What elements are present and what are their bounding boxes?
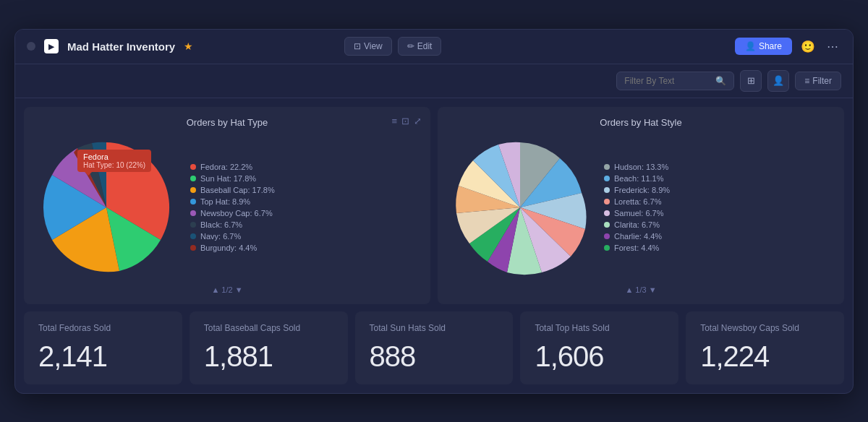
titlebar-right: 👤 Share 🙂 ⋯ <box>735 37 841 56</box>
tooltip: Fedora Hat Type: 10 (22%) <box>77 150 151 172</box>
app-window: ▶ Mad Hatter Inventory ★ ⊡ View ✏ Edit 👤… <box>14 29 854 394</box>
legend-item-hudson: Hudson: 13.3% <box>604 163 834 171</box>
legend-dot-frederick <box>604 187 610 193</box>
stat-card-tophats: Total Top Hats Sold 1,606 <box>520 311 678 384</box>
legend-dot-beach <box>604 176 610 181</box>
legend-dot-charlie <box>604 233 610 239</box>
share-icon: 👤 <box>745 41 756 51</box>
legend-item-loretta: Loretta: 6.7% <box>604 197 834 206</box>
titlebar-center: ⊡ View ✏ Edit <box>344 37 441 56</box>
stat-card-sunhats: Total Sun Hats Sold 888 <box>355 311 514 384</box>
legend-item-newsboy: Newsboy Cap: 6.7% <box>190 209 420 218</box>
legend-item-tophat: Top Hat: 8.9% <box>190 197 420 206</box>
app-icon: ▶ <box>44 39 59 53</box>
expand-chart-btn[interactable]: ⤢ <box>414 116 422 126</box>
hat-type-chart-panel: Orders by Hat Type ≡ ⊡ ⤢ Fedora Hat Type… <box>24 107 430 304</box>
app-title: Mad Hatter Inventory <box>67 40 175 53</box>
legend-dot-baseball <box>190 187 196 193</box>
legend-item-fedora: Fedora: 22.2% <box>190 163 420 171</box>
stats-row: Total Fedoras Sold 2,141 Total Baseball … <box>24 311 844 384</box>
hat-type-chart-toolbar: ≡ ⊡ ⤢ <box>391 116 422 126</box>
hat-style-chart-title: Orders by Hat Style <box>448 117 834 128</box>
hat-style-chart-panel: Orders by Hat Style <box>438 107 844 304</box>
legend-dot-newsboy <box>190 210 196 216</box>
legend-dot-black <box>190 222 196 228</box>
stat-label-fedoras: Total Fedoras Sold <box>38 323 168 333</box>
legend-dot-forest <box>604 245 610 251</box>
legend-dot-sunhat <box>190 176 196 181</box>
window-dot <box>27 42 35 51</box>
edit-icon: ✏ <box>407 41 414 51</box>
legend-item-clarita: Clarita: 6.7% <box>604 220 834 229</box>
tooltip-label: Fedora <box>83 152 145 161</box>
more-button[interactable]: ⋯ <box>824 37 841 56</box>
charts-row: Orders by Hat Type ≡ ⊡ ⤢ Fedora Hat Type… <box>24 107 844 304</box>
hat-type-legend: Fedora: 22.2% Sun Hat: 17.8% Baseball Ca… <box>190 163 420 252</box>
legend-dot-fedora <box>190 164 196 170</box>
legend-item-baseball: Baseball Cap: 17.8% <box>190 186 420 194</box>
hat-style-pie-container <box>448 135 592 280</box>
hat-style-pagination[interactable]: ▲ 1/3 ▼ <box>448 285 834 294</box>
stat-card-newsboy: Total Newsboy Caps Sold 1,224 <box>686 311 844 384</box>
filter-chart-btn[interactable]: ≡ <box>391 116 397 126</box>
view-icon: ⊡ <box>354 41 361 51</box>
legend-dot-navy <box>190 233 196 239</box>
search-container: 🔍 <box>616 72 734 90</box>
legend-item-beach: Beach: 11.1% <box>604 174 834 183</box>
hat-type-chart-title: Orders by Hat Type <box>34 117 420 128</box>
legend-dot-samuel <box>604 210 610 216</box>
legend-item-black: Black: 6.7% <box>190 220 420 229</box>
star-icon[interactable]: ★ <box>184 40 193 52</box>
emoji-button[interactable]: 🙂 <box>798 37 818 56</box>
share-button[interactable]: 👤 Share <box>735 38 792 55</box>
stat-label-baseball: Total Baseball Caps Sold <box>204 323 333 333</box>
stat-label-newsboy: Total Newsboy Caps Sold <box>700 323 830 333</box>
stat-value-newsboy: 1,224 <box>700 340 830 373</box>
legend-dot-tophat <box>190 199 196 204</box>
layout-chart-btn[interactable]: ⊡ <box>401 116 409 126</box>
hat-style-legend: Hudson: 13.3% Beach: 11.1% Frederick: 8.… <box>604 163 834 252</box>
titlebar: ▶ Mad Hatter Inventory ★ ⊡ View ✏ Edit 👤… <box>15 30 853 64</box>
secondary-toolbar: 🔍 ⊞ 👤 ≡ Filter <box>15 64 853 98</box>
stat-value-sunhats: 888 <box>370 340 499 373</box>
legend-item-charlie: Charlie: 4.4% <box>604 232 834 241</box>
search-icon: 🔍 <box>715 76 726 86</box>
legend-dot-clarita <box>604 222 610 228</box>
hat-type-pagination[interactable]: ▲ 1/2 ▼ <box>34 285 420 294</box>
legend-item-forest: Forest: 4.4% <box>604 244 834 252</box>
hat-type-pie-container: Fedora Hat Type: 10 (22%) <box>34 135 179 280</box>
filter-button[interactable]: ≡ Filter <box>795 72 841 90</box>
legend-item-burgundy: Burgundy: 4.4% <box>190 244 420 252</box>
stat-value-tophats: 1,606 <box>535 340 664 373</box>
stat-label-sunhats: Total Sun Hats Sold <box>370 323 499 333</box>
edit-button[interactable]: ✏ Edit <box>398 37 442 56</box>
legend-dot-loretta <box>604 199 610 204</box>
stat-value-fedoras: 2,141 <box>38 340 168 373</box>
view-button[interactable]: ⊡ View <box>344 37 392 56</box>
user-icon-button[interactable]: 👤 <box>767 70 789 92</box>
legend-item-navy: Navy: 6.7% <box>190 232 420 241</box>
grid-icon-button[interactable]: ⊞ <box>740 70 762 92</box>
main-content: Orders by Hat Type ≡ ⊡ ⤢ Fedora Hat Type… <box>15 98 853 393</box>
tooltip-sub: Hat Type: 10 (22%) <box>83 161 145 169</box>
legend-item-samuel: Samuel: 6.7% <box>604 209 834 218</box>
hat-style-pie-svg <box>448 135 592 280</box>
legend-dot-hudson <box>604 164 610 170</box>
stat-card-fedoras: Total Fedoras Sold 2,141 <box>24 311 182 384</box>
legend-item-frederick: Frederick: 8.9% <box>604 186 834 194</box>
stat-value-baseball: 1,881 <box>204 340 333 373</box>
filter-icon: ≡ <box>804 76 809 86</box>
legend-dot-burgundy <box>190 245 196 251</box>
hat-style-chart-body: Hudson: 13.3% Beach: 11.1% Frederick: 8.… <box>448 135 834 280</box>
stat-card-baseball: Total Baseball Caps Sold 1,881 <box>190 311 348 384</box>
stat-label-tophats: Total Top Hats Sold <box>535 323 664 333</box>
search-input[interactable] <box>624 76 711 86</box>
hat-type-chart-body: Fedora Hat Type: 10 (22%) <box>34 135 420 280</box>
legend-item-sunhat: Sun Hat: 17.8% <box>190 174 420 183</box>
